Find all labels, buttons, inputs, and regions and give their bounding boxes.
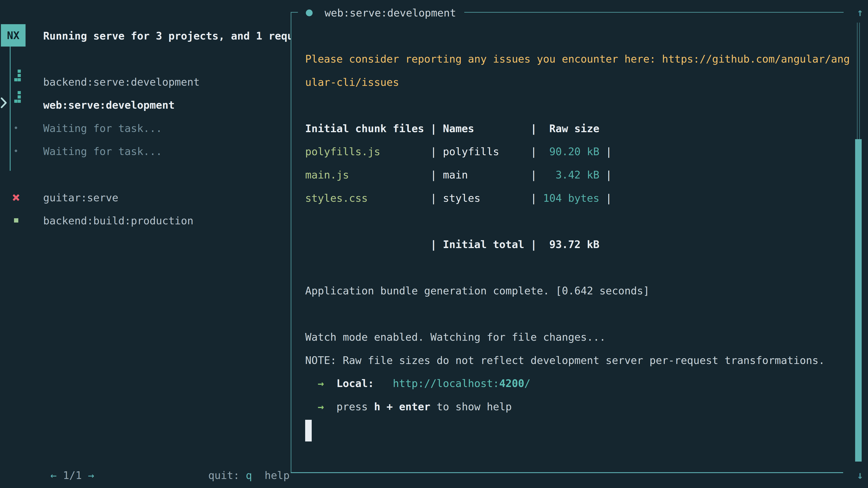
terminal-screen: NX Running serve for 3 projects, and 1 r…	[0, 0, 868, 488]
panel-border-top	[464, 12, 844, 13]
task-spinner-icon	[14, 70, 21, 82]
task-success-square-icon	[14, 218, 18, 223]
task-spinner-icon	[14, 91, 21, 103]
blank-line	[305, 302, 843, 326]
pager-next-arrow-icon[interactable]: →	[88, 469, 94, 482]
pager: ← 1/1 →	[13, 441, 94, 464]
localhost-link[interactable]: http://localhost:4200/	[393, 377, 530, 390]
arrow-icon: →	[305, 377, 336, 390]
sidebar-item-backend-serve[interactable]: backend:serve:development	[43, 70, 199, 94]
sidebar-item-guitar-serve[interactable]: guitar:serve	[43, 186, 118, 209]
local-url-line: → Local: http://localhost:4200/	[305, 372, 843, 395]
panel-title: web:serve:development	[324, 1, 456, 25]
task-failed-x-icon	[12, 194, 20, 201]
blank-line	[305, 210, 843, 233]
key-hints: quit: q help: ?	[170, 441, 291, 464]
pager-prev-arrow-icon[interactable]: ←	[51, 469, 57, 482]
cursor-line	[305, 418, 843, 442]
panel-status-dot-icon	[306, 9, 313, 16]
task-waiting-dot-icon	[15, 127, 17, 129]
panel-border-top-stub	[291, 12, 298, 13]
sidebar: NX Running serve for 3 projects, and 1 r…	[0, 0, 291, 488]
blank-line	[305, 94, 843, 117]
scrollbar-track[interactable]	[857, 23, 860, 139]
help-hint-label: help:	[265, 469, 291, 482]
scroll-down-arrow-icon[interactable]: ↓	[853, 464, 867, 487]
task-output-log: Please consider reporting any issues you…	[305, 47, 843, 442]
issue-notice-line2: ular-cli/issues	[305, 71, 843, 94]
task-tree-line	[10, 46, 11, 171]
scrollbar-thumb[interactable]	[855, 139, 862, 462]
sidebar-item-waiting-1[interactable]: Waiting for task...	[43, 117, 162, 140]
help-hint-line: → press h + enter to show help	[305, 395, 843, 418]
note-line: NOTE: Raw file sizes do not reflect deve…	[305, 349, 843, 372]
quit-hint-label: quit:	[208, 469, 246, 482]
sidebar-item-waiting-2[interactable]: Waiting for task...	[43, 140, 162, 163]
initial-total-line: | Initial total | 93.72 kB	[305, 233, 843, 256]
chunk-table-row: polyfills.js | polyfills | 90.20 kB |	[305, 140, 843, 163]
chunk-table-header: Initial chunk files | Names | Raw size	[305, 117, 843, 140]
arrow-icon: →	[305, 400, 336, 413]
app-title: Running serve for 3 projects, and 1 requ	[43, 24, 291, 48]
sidebar-item-web-serve[interactable]: web:serve:development	[43, 94, 175, 117]
bundle-complete-line: Application bundle generation complete. …	[305, 279, 843, 302]
task-waiting-dot-icon	[15, 150, 17, 152]
nx-logo: NX	[1, 24, 26, 46]
quit-key: q	[246, 469, 252, 482]
panel-border-left	[291, 12, 291, 473]
chunk-table-row: main.js | main | 3.42 kB |	[305, 163, 843, 187]
blank-line	[305, 256, 843, 279]
selected-task-chevron-icon	[0, 97, 7, 108]
sidebar-item-backend-build[interactable]: backend:build:production	[43, 209, 193, 232]
terminal-cursor	[305, 420, 312, 442]
scroll-up-arrow-icon[interactable]: ↑	[853, 1, 867, 24]
pager-page-indicator: 1/1	[57, 469, 88, 482]
issue-notice-line1: Please consider reporting any issues you…	[305, 47, 843, 71]
watch-mode-line: Watch mode enabled. Watching for file ch…	[305, 326, 843, 349]
panel-border-bottom	[291, 472, 843, 473]
chunk-table-row: styles.css | styles | 104 bytes |	[305, 187, 843, 210]
